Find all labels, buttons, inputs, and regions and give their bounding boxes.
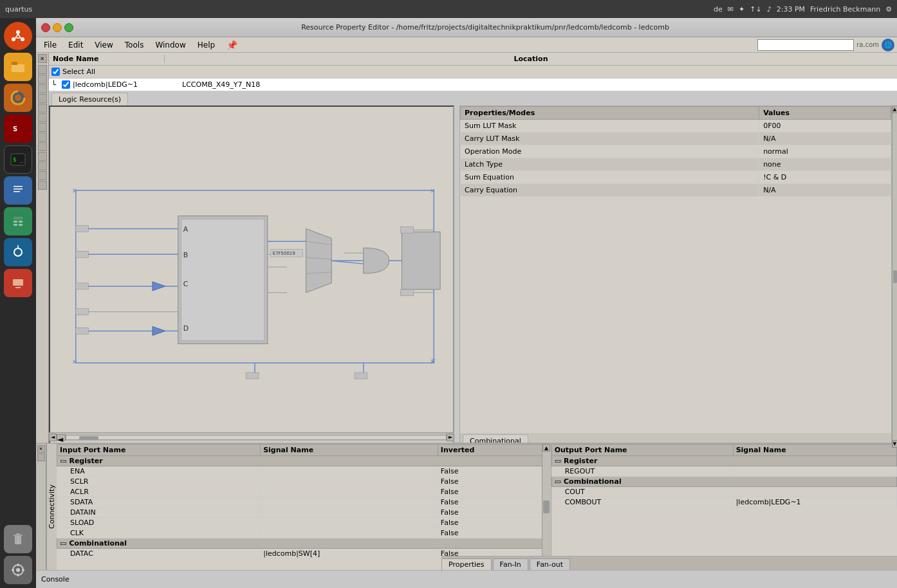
close-button[interactable] xyxy=(41,23,50,32)
maximize-button[interactable] xyxy=(64,23,73,32)
sidebar-icon-system[interactable] xyxy=(4,556,32,584)
browser-icon[interactable]: 🌐 xyxy=(882,39,894,51)
input-scrollbar[interactable]: ▲ ▼ xyxy=(542,444,551,570)
main-window: Resource Property Editor - /home/fritz/p… xyxy=(36,18,897,588)
scroll-right-btn[interactable]: ► xyxy=(447,434,454,441)
scroll-up-btn[interactable]: ▲ xyxy=(542,444,550,452)
conn-btn1[interactable] xyxy=(37,454,45,461)
h-scrollbar[interactable]: ◄ ◄ ► xyxy=(49,432,454,441)
toolbar-pin-btn[interactable] xyxy=(38,65,47,74)
circuit-diagram: ✕ ✕ ✕ ✕ A B C D xyxy=(50,107,453,446)
volume-icon[interactable]: ♪ xyxy=(767,5,772,14)
output-ports-tbody: ▭Register REGOUT ▭Combinational COUT COM… xyxy=(551,456,896,508)
toolbar-btn2[interactable] xyxy=(38,84,47,93)
diagram-area[interactable]: ✕ ✕ ✕ ✕ A B C D xyxy=(49,106,454,448)
input-inverted: False xyxy=(438,477,550,487)
menu-edit[interactable]: Edit xyxy=(63,39,88,51)
toolbar-btn3[interactable] xyxy=(38,94,47,103)
right-scroll-down[interactable]: ▼ xyxy=(892,440,898,448)
node-name: |ledcomb|LEDG~1 xyxy=(73,80,182,89)
network-icon[interactable]: ↑↓ xyxy=(750,5,761,14)
select-all-checkbox[interactable] xyxy=(51,68,60,76)
connectivity-label: Connectivity xyxy=(46,444,57,570)
toolbar-btn4[interactable] xyxy=(38,104,47,113)
sidebar-icon-firefox[interactable] xyxy=(4,84,32,112)
taskbar: quartus de ✉ ✦ ↑↓ ♪ 2:33 PM Friedrich Be… xyxy=(0,0,897,18)
input-ports-tbody: ▭Register ENA FalseSCLR FalseACLR FalseS… xyxy=(57,456,551,559)
input-port-name: CLK xyxy=(57,528,261,538)
toolbar-btn11[interactable] xyxy=(38,171,47,180)
toolbar-btn12[interactable] xyxy=(38,181,47,190)
tab-properties[interactable]: Properties xyxy=(441,558,492,570)
sidebar-icon-text[interactable] xyxy=(4,176,32,205)
input-port-name: DATAIN xyxy=(57,508,261,518)
menu-file[interactable]: File xyxy=(39,39,62,51)
props-col-property: Properties/Modes xyxy=(461,107,759,120)
prop-name: Sum LUT Mask xyxy=(461,120,759,133)
svg-rect-34 xyxy=(14,535,23,536)
select-all-label: Select All xyxy=(62,68,95,76)
toolbar-btn10[interactable] xyxy=(38,161,47,170)
toolbar-btn8[interactable] xyxy=(38,142,47,151)
input-signal-name xyxy=(261,518,438,528)
right-scrollbar[interactable]: ▲ ▼ xyxy=(892,106,897,448)
search-input[interactable] xyxy=(757,39,854,51)
toolbar-close-btn[interactable]: ✕ xyxy=(38,54,47,63)
bluetooth-icon[interactable]: ✦ xyxy=(739,5,744,14)
prop-value: N/A xyxy=(759,184,891,197)
prop-value: none xyxy=(759,158,891,171)
sidebar-icon-calc[interactable] xyxy=(4,207,32,235)
toolbar-btn6[interactable] xyxy=(38,123,47,132)
tab-fan-out[interactable]: Fan-out xyxy=(530,558,570,570)
tab-strip: Logic Resource(s) xyxy=(49,91,897,106)
node-location: LCCOMB_X49_Y7_N18 xyxy=(182,80,260,89)
prop-name: Latch Type xyxy=(461,158,759,171)
prop-name: Carry LUT Mask xyxy=(461,133,759,145)
menu-view[interactable]: View xyxy=(89,39,118,51)
settings-icon[interactable]: ⚙ xyxy=(885,5,892,14)
toolbar-btn1[interactable] xyxy=(38,75,47,84)
input-group-header: ▭Combinational xyxy=(57,538,551,549)
conn-close-btn[interactable]: ✕ xyxy=(37,445,45,453)
tab-logic-resource[interactable]: Logic Resource(s) xyxy=(51,93,128,106)
input-port-name: ACLR xyxy=(57,487,261,497)
toolbar-btn9[interactable] xyxy=(38,152,47,161)
email-icon[interactable]: ✉ xyxy=(728,5,734,14)
col-output-port: Output Port Name xyxy=(551,445,733,456)
minimize-button[interactable] xyxy=(53,23,62,32)
input-inverted: False xyxy=(438,518,550,528)
sidebar-icon-files[interactable] xyxy=(4,53,32,81)
toolbar-btn7[interactable] xyxy=(38,133,47,142)
tab-fan-in[interactable]: Fan-In xyxy=(493,558,528,570)
col-signal-name-in: Signal Name xyxy=(261,445,438,456)
sidebar-icon-apps4[interactable] xyxy=(4,238,32,266)
prop-value: !C & D xyxy=(759,171,891,184)
sidebar-icon-ubuntu[interactable] xyxy=(4,22,32,50)
sidebar-icon-apps3[interactable]: S xyxy=(4,115,32,143)
svg-rect-43 xyxy=(22,569,24,571)
sidebar-icon-terminal[interactable]: $ _ xyxy=(4,145,32,174)
input-signal-name xyxy=(261,528,438,538)
output-group-header: ▭Register xyxy=(551,456,896,466)
right-scroll-up[interactable]: ▲ xyxy=(892,106,898,113)
svg-rect-19 xyxy=(14,191,20,192)
menu-help[interactable]: Help xyxy=(192,39,220,51)
svg-rect-86 xyxy=(401,226,414,233)
input-signal-name xyxy=(261,508,438,518)
properties-panel: Properties/Modes Values Sum LUT Mask0F00… xyxy=(459,106,892,448)
sidebar-icon-impress[interactable] xyxy=(4,269,32,297)
input-inverted: False xyxy=(438,497,550,508)
node-row[interactable]: └ |ledcomb|LEDG~1 LCCOMB_X49_Y7_N18 xyxy=(49,78,897,91)
node-checkbox[interactable] xyxy=(62,80,70,89)
connectivity-area: ✕ Connectivity Input Port Name Signal Na… xyxy=(36,443,897,570)
menu-window[interactable]: Window xyxy=(150,39,190,51)
prop-name: Carry Equation xyxy=(461,184,759,197)
scroll-left-btn[interactable]: ◄ xyxy=(49,434,57,441)
sidebar-icon-trash[interactable] xyxy=(4,525,32,553)
scroll-left-btn2[interactable]: ◄ xyxy=(57,434,66,441)
toolbar-btn5[interactable] xyxy=(38,113,47,122)
menu-tools[interactable]: Tools xyxy=(120,39,149,51)
user-name: Friedrich Beckmann xyxy=(810,5,880,14)
content-area: ✕ Node Name Location Select All xyxy=(36,53,897,588)
svg-rect-22 xyxy=(14,217,23,219)
